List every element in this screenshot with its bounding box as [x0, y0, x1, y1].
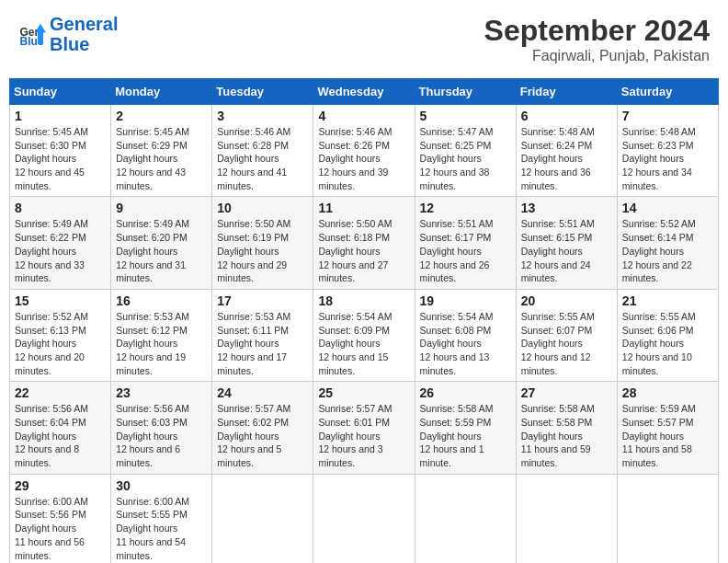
day-info-30: Sunrise: 6:00 AMSunset: 5:55 PMDaylight …	[116, 495, 207, 562]
day-number-1: 1	[15, 109, 106, 123]
day-number-26: 26	[420, 385, 511, 400]
day-info-25: Sunrise: 5:57 AMSunset: 6:01 PMDaylight …	[318, 402, 409, 469]
location-title: Faqirwali, Punjab, Pakistan	[484, 48, 710, 64]
week-row-1: 1 Sunrise: 5:45 AMSunset: 6:30 PMDayligh…	[10, 105, 719, 197]
day-number-15: 15	[15, 293, 106, 308]
day-number-30: 30	[116, 478, 207, 493]
day-info-8: Sunrise: 5:49 AMSunset: 6:22 PMDaylight …	[15, 217, 106, 284]
day-info-26: Sunrise: 5:58 AMSunset: 5:59 PMDaylight …	[420, 402, 511, 469]
day-number-21: 21	[622, 293, 713, 308]
day-number-16: 16	[116, 293, 207, 308]
day-cell-4: 4 Sunrise: 5:46 AMSunset: 6:26 PMDayligh…	[313, 105, 415, 197]
day-number-12: 12	[420, 201, 511, 215]
day-number-23: 23	[116, 385, 207, 400]
day-cell-18: 18 Sunrise: 5:54 AMSunset: 6:09 PMDaylig…	[313, 289, 415, 381]
week-row-3: 15 Sunrise: 5:52 AMSunset: 6:13 PMDaylig…	[10, 289, 719, 381]
day-info-6: Sunrise: 5:48 AMSunset: 6:24 PMDaylight …	[521, 125, 612, 192]
day-cell-12: 12 Sunrise: 5:51 AMSunset: 6:17 PMDaylig…	[415, 197, 516, 289]
day-cell-15: 15 Sunrise: 5:52 AMSunset: 6:13 PMDaylig…	[10, 289, 111, 381]
logo-general: General	[50, 14, 118, 34]
logo-icon: Gen Blue	[18, 20, 46, 48]
day-number-2: 2	[116, 109, 207, 123]
week-row-5: 29 Sunrise: 6:00 AMSunset: 5:56 PMDaylig…	[10, 474, 719, 563]
day-number-18: 18	[318, 293, 409, 308]
month-title: September 2024	[484, 14, 710, 48]
day-cell-28: 28 Sunrise: 5:59 AMSunset: 5:57 PMDaylig…	[617, 382, 718, 474]
day-info-21: Sunrise: 5:55 AMSunset: 6:06 PMDaylight …	[622, 310, 713, 377]
day-number-22: 22	[15, 385, 106, 400]
logo-text: General Blue	[50, 14, 118, 54]
day-cell-22: 22 Sunrise: 5:56 AMSunset: 6:04 PMDaylig…	[10, 382, 111, 474]
day-info-16: Sunrise: 5:53 AMSunset: 6:12 PMDaylight …	[116, 310, 207, 377]
day-cell-6: 6 Sunrise: 5:48 AMSunset: 6:24 PMDayligh…	[516, 105, 617, 197]
day-cell-11: 11 Sunrise: 5:50 AMSunset: 6:18 PMDaylig…	[313, 197, 415, 289]
day-info-20: Sunrise: 5:55 AMSunset: 6:07 PMDaylight …	[521, 310, 612, 377]
day-info-23: Sunrise: 5:56 AMSunset: 6:03 PMDaylight …	[116, 402, 207, 469]
day-info-24: Sunrise: 5:57 AMSunset: 6:02 PMDaylight …	[217, 402, 308, 469]
day-cell-21: 21 Sunrise: 5:55 AMSunset: 6:06 PMDaylig…	[617, 289, 718, 381]
page-header: Gen Blue General Blue September 2024 Faq…	[9, 9, 719, 69]
day-number-11: 11	[318, 201, 409, 215]
day-info-11: Sunrise: 5:50 AMSunset: 6:18 PMDaylight …	[318, 217, 409, 284]
week-row-4: 22 Sunrise: 5:56 AMSunset: 6:04 PMDaylig…	[10, 382, 719, 474]
day-info-12: Sunrise: 5:51 AMSunset: 6:17 PMDaylight …	[420, 217, 511, 284]
day-number-9: 9	[116, 201, 207, 215]
weekday-header-row: Sunday Monday Tuesday Wednesday Thursday…	[10, 79, 719, 105]
empty-cell	[516, 474, 617, 563]
day-info-3: Sunrise: 5:46 AMSunset: 6:28 PMDaylight …	[217, 125, 308, 192]
day-info-27: Sunrise: 5:58 AMSunset: 5:58 PMDaylight …	[521, 402, 612, 469]
day-info-13: Sunrise: 5:51 AMSunset: 6:15 PMDaylight …	[521, 217, 612, 284]
day-cell-24: 24 Sunrise: 5:57 AMSunset: 6:02 PMDaylig…	[212, 382, 313, 474]
day-info-1: Sunrise: 5:45 AMSunset: 6:30 PMDaylight …	[15, 125, 106, 192]
day-number-24: 24	[217, 385, 308, 400]
day-info-14: Sunrise: 5:52 AMSunset: 6:14 PMDaylight …	[622, 217, 713, 284]
day-number-4: 4	[318, 109, 409, 123]
empty-cell	[415, 474, 516, 563]
day-cell-7: 7 Sunrise: 5:48 AMSunset: 6:23 PMDayligh…	[617, 105, 718, 197]
week-row-2: 8 Sunrise: 5:49 AMSunset: 6:22 PMDayligh…	[10, 197, 719, 289]
day-cell-3: 3 Sunrise: 5:46 AMSunset: 6:28 PMDayligh…	[212, 105, 313, 197]
day-cell-26: 26 Sunrise: 5:58 AMSunset: 5:59 PMDaylig…	[415, 382, 516, 474]
day-cell-13: 13 Sunrise: 5:51 AMSunset: 6:15 PMDaylig…	[516, 197, 617, 289]
day-info-17: Sunrise: 5:53 AMSunset: 6:11 PMDaylight …	[217, 310, 308, 377]
header-tuesday: Tuesday	[212, 79, 313, 105]
day-cell-8: 8 Sunrise: 5:49 AMSunset: 6:22 PMDayligh…	[10, 197, 111, 289]
day-number-19: 19	[420, 293, 511, 308]
day-number-8: 8	[15, 201, 106, 215]
day-cell-14: 14 Sunrise: 5:52 AMSunset: 6:14 PMDaylig…	[617, 197, 718, 289]
day-number-7: 7	[622, 109, 713, 123]
day-number-20: 20	[521, 293, 612, 308]
header-thursday: Thursday	[415, 79, 516, 105]
day-number-27: 27	[521, 385, 612, 400]
header-monday: Monday	[111, 79, 212, 105]
day-cell-9: 9 Sunrise: 5:49 AMSunset: 6:20 PMDayligh…	[111, 197, 212, 289]
day-number-10: 10	[217, 201, 308, 215]
day-cell-25: 25 Sunrise: 5:57 AMSunset: 6:01 PMDaylig…	[313, 382, 415, 474]
day-number-14: 14	[622, 201, 713, 215]
day-cell-5: 5 Sunrise: 5:47 AMSunset: 6:25 PMDayligh…	[415, 105, 516, 197]
empty-cell	[212, 474, 313, 563]
day-cell-27: 27 Sunrise: 5:58 AMSunset: 5:58 PMDaylig…	[516, 382, 617, 474]
logo-blue: Blue	[50, 34, 89, 54]
day-number-13: 13	[521, 201, 612, 215]
day-info-2: Sunrise: 5:45 AMSunset: 6:29 PMDaylight …	[116, 125, 207, 192]
header-friday: Friday	[516, 79, 617, 105]
day-info-7: Sunrise: 5:48 AMSunset: 6:23 PMDaylight …	[622, 125, 713, 192]
title-block: September 2024 Faqirwali, Punjab, Pakist…	[484, 14, 710, 64]
header-sunday: Sunday	[10, 79, 111, 105]
day-cell-16: 16 Sunrise: 5:53 AMSunset: 6:12 PMDaylig…	[111, 289, 212, 381]
day-info-22: Sunrise: 5:56 AMSunset: 6:04 PMDaylight …	[15, 402, 106, 469]
day-info-28: Sunrise: 5:59 AMSunset: 5:57 PMDaylight …	[622, 402, 713, 469]
day-cell-17: 17 Sunrise: 5:53 AMSunset: 6:11 PMDaylig…	[212, 289, 313, 381]
day-number-5: 5	[420, 109, 511, 123]
day-cell-10: 10 Sunrise: 5:50 AMSunset: 6:19 PMDaylig…	[212, 197, 313, 289]
day-cell-23: 23 Sunrise: 5:56 AMSunset: 6:03 PMDaylig…	[111, 382, 212, 474]
day-cell-20: 20 Sunrise: 5:55 AMSunset: 6:07 PMDaylig…	[516, 289, 617, 381]
day-info-19: Sunrise: 5:54 AMSunset: 6:08 PMDaylight …	[420, 310, 511, 377]
day-info-29: Sunrise: 6:00 AMSunset: 5:56 PMDaylight …	[15, 495, 106, 562]
day-info-9: Sunrise: 5:49 AMSunset: 6:20 PMDaylight …	[116, 217, 207, 284]
day-number-25: 25	[318, 385, 409, 400]
day-number-6: 6	[521, 109, 612, 123]
empty-cell	[313, 474, 415, 563]
header-saturday: Saturday	[617, 79, 718, 105]
